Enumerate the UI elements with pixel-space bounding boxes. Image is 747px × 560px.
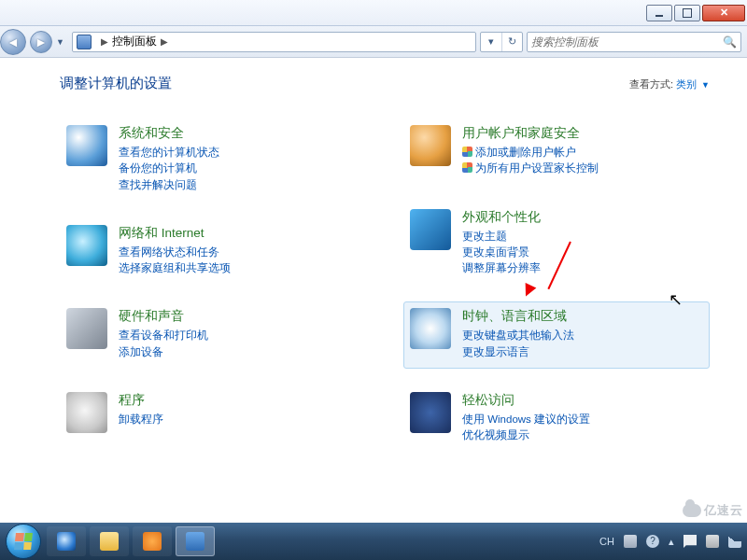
category-link[interactable]: 更改桌面背景	[462, 245, 541, 260]
category-link[interactable]: 选择家庭组和共享选项	[119, 260, 231, 276]
view-by[interactable]: 查看方式: 类别 ▼	[629, 77, 710, 91]
category-link[interactable]: 更改主题	[462, 229, 541, 245]
search-input[interactable]	[531, 35, 723, 49]
view-by-value: 类别	[676, 78, 697, 90]
category-title[interactable]: 网络和 Internet	[119, 225, 231, 242]
category-link[interactable]: 卸载程序	[119, 412, 163, 427]
taskbar-explorer-button[interactable]	[90, 526, 129, 556]
breadcrumb-sep-icon: ▶	[161, 36, 168, 47]
network-icon[interactable]	[706, 535, 719, 548]
chevron-down-icon: ▼	[701, 80, 710, 90]
control-panel-icon	[77, 35, 92, 49]
uac-shield-icon	[462, 162, 472, 173]
category-item: 时钟、语言和区域更改键盘或其他输入法更改显示语言	[403, 301, 710, 369]
address-bar: ◄ ► ▼ ▶ 控制面板 ▶ ▾ ↻ 🔍	[0, 26, 747, 58]
back-arrow-icon: ◄	[7, 35, 20, 49]
category-link[interactable]: 查看设备和打印机	[119, 328, 208, 343]
category-link[interactable]: 调整屏幕分辨率	[462, 260, 541, 276]
breadcrumb-bar[interactable]: ▶ 控制面板 ▶	[72, 32, 476, 52]
content-area: 调整计算机的设置 查看方式: 类别 ▼ 系统和安全查看您的计算机状态备份您的计算…	[0, 58, 747, 523]
category-title[interactable]: 轻松访问	[462, 392, 590, 409]
page-title: 调整计算机的设置	[60, 75, 172, 92]
category-link[interactable]: 添加设备	[119, 344, 208, 360]
action-center-icon[interactable]	[684, 535, 697, 548]
category-item: 硬件和声音查看设备和打印机添加设备	[60, 301, 366, 369]
category-title[interactable]: 用户帐户和家庭安全	[462, 125, 599, 142]
category-title[interactable]: 程序	[119, 392, 163, 409]
category-link[interactable]: 为所有用户设置家长控制	[462, 161, 599, 176]
category-column-left: 系统和安全查看您的计算机状态备份您的计算机查找并解决问题网络和 Internet…	[60, 119, 366, 452]
nav-back-button[interactable]: ◄	[0, 29, 26, 55]
volume-icon[interactable]	[728, 535, 741, 548]
category-column-right: 用户帐户和家庭安全添加或删除用户帐户为所有用户设置家长控制外观和个性化更改主题更…	[403, 119, 710, 452]
title-bar	[0, 0, 747, 26]
category-icon	[66, 392, 107, 433]
view-by-label: 查看方式:	[629, 78, 673, 90]
help-icon[interactable]: ?	[646, 535, 659, 548]
category-item: 网络和 Internet查看网络状态和任务选择家庭组和共享选项	[60, 218, 366, 286]
keyboard-icon[interactable]	[624, 535, 637, 548]
windows-logo-icon	[14, 533, 33, 550]
refresh-button[interactable]: ↻	[501, 33, 522, 51]
taskbar-media-player-button[interactable]	[133, 526, 172, 556]
category-title[interactable]: 时钟、语言和区域	[462, 308, 574, 325]
uac-shield-icon	[462, 147, 472, 157]
category-link[interactable]: 更改键盘或其他输入法	[462, 328, 574, 343]
category-icon	[410, 308, 451, 349]
start-button[interactable]	[6, 524, 41, 559]
ie-icon	[57, 532, 76, 551]
watermark: 亿速云	[683, 502, 743, 519]
window-close-button[interactable]	[702, 5, 745, 21]
category-icon	[66, 225, 107, 266]
ime-indicator[interactable]: CH	[599, 536, 614, 547]
category-link[interactable]: 更改显示语言	[462, 344, 574, 360]
category-item: 用户帐户和家庭安全添加或删除用户帐户为所有用户设置家长控制	[403, 119, 710, 186]
category-icon	[410, 125, 451, 166]
category-icon	[410, 392, 451, 433]
refresh-group: ▾ ↻	[480, 32, 523, 52]
category-link[interactable]: 查看您的计算机状态	[119, 145, 219, 161]
nav-forward-button[interactable]: ►	[30, 31, 52, 53]
category-link[interactable]: 备份您的计算机	[119, 161, 219, 176]
taskbar: CH ? ▴	[0, 523, 747, 560]
category-icon	[410, 209, 451, 250]
tray-chevron-icon[interactable]: ▴	[669, 536, 674, 548]
taskbar-ie-button[interactable]	[47, 526, 86, 556]
category-icon	[66, 125, 107, 166]
taskbar-control-panel-button[interactable]	[176, 526, 215, 556]
category-icon	[66, 308, 107, 349]
control-panel-taskbar-icon	[186, 532, 204, 551]
search-box[interactable]: 🔍	[527, 32, 741, 52]
category-title[interactable]: 外观和个性化	[462, 209, 541, 226]
system-tray: CH ? ▴	[599, 535, 741, 548]
breadcrumb-sep-icon: ▶	[101, 36, 108, 47]
category-link[interactable]: 查找并解决问题	[119, 177, 219, 193]
category-link[interactable]: 添加或删除用户帐户	[462, 145, 599, 161]
media-player-icon	[143, 532, 162, 551]
category-title[interactable]: 硬件和声音	[119, 308, 208, 325]
breadcrumb-root[interactable]: 控制面板	[112, 34, 157, 49]
category-link[interactable]: 查看网络状态和任务	[119, 245, 231, 260]
category-item: 程序卸载程序	[60, 385, 366, 441]
nav-history-dropdown[interactable]: ▼	[56, 37, 64, 47]
category-item: 外观和个性化更改主题更改桌面背景调整屏幕分辨率	[403, 203, 710, 286]
category-link[interactable]: 使用 Windows 建议的设置	[462, 412, 590, 427]
explorer-icon	[100, 532, 119, 551]
cloud-icon	[683, 504, 701, 517]
category-title[interactable]: 系统和安全	[119, 125, 219, 142]
category-item: 轻松访问使用 Windows 建议的设置优化视频显示	[403, 385, 710, 453]
window-maximize-button[interactable]	[674, 5, 700, 21]
search-icon: 🔍	[723, 35, 737, 49]
category-link[interactable]: 优化视频显示	[462, 427, 590, 443]
history-dropdown-button[interactable]: ▾	[481, 33, 501, 51]
category-item: 系统和安全查看您的计算机状态备份您的计算机查找并解决问题	[60, 119, 366, 202]
forward-arrow-icon: ►	[35, 35, 48, 49]
window-minimize-button[interactable]	[646, 5, 672, 21]
